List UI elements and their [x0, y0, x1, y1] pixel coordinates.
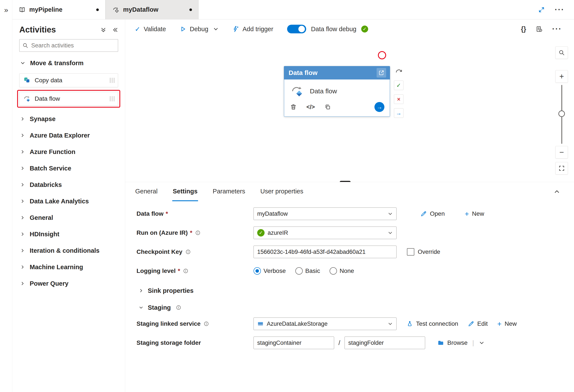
canvas-search-icon[interactable]	[555, 46, 568, 59]
debug-dropdown-chevron-icon[interactable]	[213, 26, 219, 32]
chevron-right-icon	[20, 281, 25, 286]
info-icon[interactable]	[195, 230, 201, 235]
more-actions-icon[interactable]: ···	[552, 25, 562, 33]
tab-mydataflow[interactable]: myDataflow	[105, 0, 199, 19]
collapse-all-icon[interactable]	[100, 27, 106, 33]
new-linked-service-button[interactable]: + New	[497, 320, 517, 328]
debug-button[interactable]: Debug	[180, 26, 208, 33]
sink-properties-section[interactable]: Sink properties	[137, 283, 574, 298]
checkpoint-key-input[interactable]	[253, 246, 396, 258]
zoom-slider-knob[interactable]	[558, 110, 565, 117]
dataflow-debug-toggle[interactable]	[287, 25, 306, 33]
add-trigger-button[interactable]: Add trigger	[232, 26, 273, 33]
tab-settings[interactable]: Settings	[172, 182, 198, 201]
staging-linked-service-select[interactable]: AzureDataLakeStorage	[253, 317, 396, 330]
category-azure-function[interactable]: Azure Function	[19, 144, 118, 160]
category-label: Azure Data Explorer	[30, 132, 90, 139]
activities-title: Activities	[19, 25, 56, 34]
activities-search	[19, 39, 118, 52]
category-data-lake-analytics[interactable]: Data Lake Analytics	[19, 193, 118, 209]
failure-port-icon[interactable]: ×	[394, 95, 404, 104]
radio-basic[interactable]: Basic	[295, 267, 320, 274]
category-label: Databricks	[30, 181, 62, 188]
category-batch-service[interactable]: Batch Service	[19, 160, 118, 176]
tab-mypipeline[interactable]: myPipeline	[12, 0, 105, 19]
test-connection-button[interactable]: Test connection	[407, 320, 458, 327]
code-view-icon[interactable]: {}	[521, 25, 526, 33]
delete-icon[interactable]	[290, 103, 297, 110]
validate-button[interactable]: ✓ Validate	[135, 25, 166, 33]
category-label: HDInsight	[30, 231, 59, 238]
tab-user-properties[interactable]: User properties	[260, 182, 304, 201]
staging-section[interactable]: Staging	[137, 300, 574, 315]
category-move-transform[interactable]: Move & transform	[19, 55, 118, 71]
info-icon[interactable]	[185, 249, 191, 255]
success-port-icon[interactable]: ✓	[394, 80, 404, 90]
properties-icon[interactable]	[536, 26, 543, 33]
pipeline-canvas[interactable]: Data flow Data flow	[125, 39, 574, 182]
staging-container-input[interactable]	[253, 336, 334, 349]
drag-handle[interactable]	[110, 96, 114, 101]
copy-data-icon	[23, 77, 31, 84]
staging-folder-input[interactable]	[345, 336, 425, 349]
chevron-right-icon	[20, 215, 25, 220]
data-flow-select[interactable]: myDataflow	[253, 207, 396, 220]
fit-to-screen-icon[interactable]	[555, 162, 568, 175]
category-iteration-conditionals[interactable]: Iteration & conditionals	[19, 242, 118, 259]
zoom-out-button[interactable]: −	[555, 146, 568, 158]
expand-window-icon[interactable]	[538, 6, 545, 13]
activity-copy-data[interactable]: Copy data	[19, 73, 118, 87]
activity-label: Data flow	[35, 95, 60, 102]
more-options-icon[interactable]: ···	[555, 6, 564, 14]
radio-none[interactable]: None	[329, 267, 354, 274]
drag-handle[interactable]	[110, 78, 114, 83]
chevron-right-icon	[139, 288, 144, 293]
dataflow-debug-label: Data flow debug	[311, 26, 356, 33]
category-synapse[interactable]: Synapse	[19, 111, 118, 127]
open-dataflow-button[interactable]: Open	[420, 210, 445, 217]
output-port-button[interactable]: →	[374, 102, 384, 112]
browse-button[interactable]: Browse	[437, 339, 467, 346]
collapse-panel-chevron-icon[interactable]	[554, 182, 560, 201]
open-dataflow-icon[interactable]	[377, 68, 386, 78]
completion-port-icon[interactable]: →	[394, 108, 404, 118]
azure-data-factory-app: » myPipeline myDataflow ··· Activities	[0, 0, 574, 392]
collapse-panel-icon[interactable]	[112, 27, 118, 33]
info-icon[interactable]	[204, 321, 209, 326]
info-icon[interactable]	[183, 268, 188, 274]
storage-icon	[257, 320, 264, 327]
run-on-select[interactable]: ✓ azureIR	[253, 227, 396, 239]
add-trigger-label: Add trigger	[243, 26, 273, 33]
tab-general[interactable]: General	[135, 182, 158, 201]
category-general[interactable]: General	[19, 209, 118, 226]
dataflow-activity-node[interactable]: Data flow Data flow	[284, 66, 390, 117]
search-activities-input[interactable]	[31, 42, 115, 49]
clone-icon[interactable]	[324, 104, 331, 110]
category-hdinsight[interactable]: HDInsight	[19, 226, 118, 242]
zoom-in-button[interactable]: +	[555, 70, 568, 83]
zoom-slider[interactable]	[561, 85, 562, 144]
category-label: Machine Learning	[30, 264, 83, 271]
radio-verbose[interactable]: Verbose	[253, 267, 286, 274]
category-power-query[interactable]: Power Query	[19, 275, 118, 292]
chevron-down-icon	[388, 321, 393, 326]
code-icon[interactable]: </>	[307, 104, 315, 110]
tab-parameters[interactable]: Parameters	[212, 182, 246, 201]
edit-linked-service-button[interactable]: Edit	[468, 320, 488, 327]
data-flow-field-label: Data flow*	[137, 210, 253, 217]
browse-options-chevron-icon[interactable]	[479, 340, 485, 346]
divider: |	[472, 339, 474, 347]
category-azure-data-explorer[interactable]: Azure Data Explorer	[19, 127, 118, 144]
expand-rail-button[interactable]: »	[0, 0, 12, 20]
new-dataflow-button[interactable]: + New	[465, 210, 484, 217]
dataflow-icon	[112, 6, 119, 13]
category-databricks[interactable]: Databricks	[19, 176, 118, 193]
override-checkbox[interactable]	[407, 248, 414, 255]
info-icon[interactable]	[176, 305, 181, 310]
left-rail: »	[0, 0, 12, 392]
staging-storage-folder-field-label: Staging storage folder	[137, 339, 253, 346]
play-icon	[180, 26, 186, 32]
rerun-icon[interactable]	[395, 67, 403, 76]
activity-data-flow[interactable]: Data flow	[19, 92, 118, 106]
category-machine-learning[interactable]: Machine Learning	[19, 259, 118, 275]
